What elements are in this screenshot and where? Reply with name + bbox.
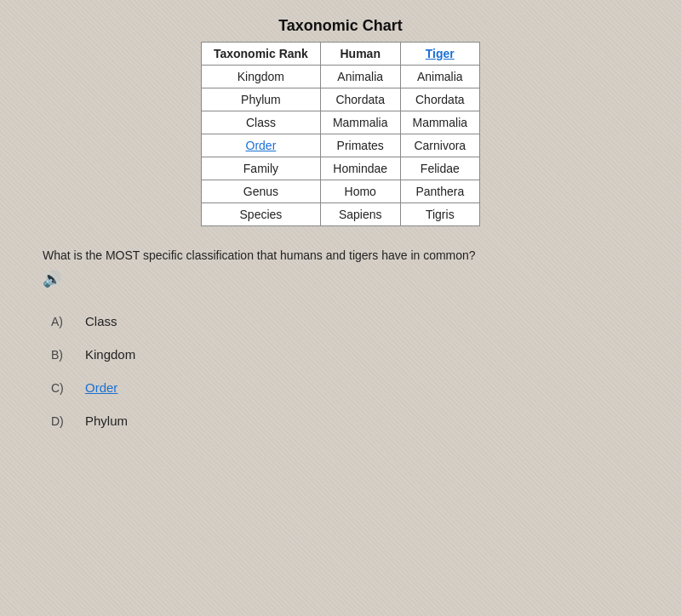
option-item[interactable]: A)Class [43,314,655,328]
option-item[interactable]: D)Phylum [43,414,655,428]
option-label: D) [51,414,85,428]
header-human: Human [320,43,400,66]
chart-container: Taxonomic Chart Taxonomic Rank Human Tig… [26,17,655,226]
option-label: C) [51,381,85,395]
rank-cell: Phylum [201,88,320,111]
rank-cell: Kingdom [201,66,320,88]
question-section: What is the MOST specific classification… [26,247,655,428]
option-text[interactable]: Order [85,380,117,395]
rank-cell: Class [201,111,320,134]
human-cell: Homo [320,180,400,203]
tiger-cell: Tigris [400,203,480,226]
tiger-cell: Felidae [400,157,480,180]
rank-cell: Species [201,203,320,226]
human-cell: Sapiens [320,203,400,226]
table-row: ClassMammaliaMammalia [201,111,479,134]
rank-cell[interactable]: Order [201,134,320,157]
options-list: A)ClassB)KingdomC)OrderD)Phylum [43,314,655,428]
human-cell: Animalia [320,66,400,88]
audio-button[interactable]: 🔊 [43,270,61,288]
human-cell: Primates [320,134,400,157]
option-text[interactable]: Phylum [85,414,128,428]
tiger-cell: Panthera [400,180,480,203]
header-taxonomic-rank: Taxonomic Rank [201,43,320,66]
tiger-cell: Mammalia [400,111,480,134]
human-cell: Mammalia [320,111,400,134]
audio-icon: 🔊 [43,270,61,288]
chart-title: Taxonomic Chart [278,17,403,35]
page-content: Taxonomic Chart Taxonomic Rank Human Tig… [0,0,681,464]
human-cell: Chordata [320,88,400,111]
table-row: OrderPrimatesCarnivora [201,134,479,157]
tiger-cell: Chordata [400,88,480,111]
option-text[interactable]: Class [85,314,117,328]
question-text: What is the MOST specific classification… [43,247,655,265]
option-label: A) [51,315,85,328]
human-cell: Homindae [320,157,400,180]
tiger-cell: Carnivora [400,134,480,157]
header-tiger[interactable]: Tiger [400,43,480,66]
option-item[interactable]: C)Order [43,380,655,395]
taxonomy-table: Taxonomic Rank Human Tiger KingdomAnimal… [201,42,480,226]
rank-cell: Genus [201,180,320,203]
option-label: B) [51,348,85,362]
table-row: KingdomAnimaliaAnimalia [201,66,479,88]
tiger-cell: Animalia [400,66,480,88]
table-row: FamilyHomindaeFelidae [201,157,479,180]
option-text[interactable]: Kingdom [85,347,135,362]
table-row: PhylumChordataChordata [201,88,479,111]
option-item[interactable]: B)Kingdom [43,347,655,362]
table-row: SpeciesSapiensTigris [201,203,479,226]
rank-cell: Family [201,157,320,180]
table-header-row: Taxonomic Rank Human Tiger [201,43,479,66]
table-row: GenusHomoPanthera [201,180,479,203]
